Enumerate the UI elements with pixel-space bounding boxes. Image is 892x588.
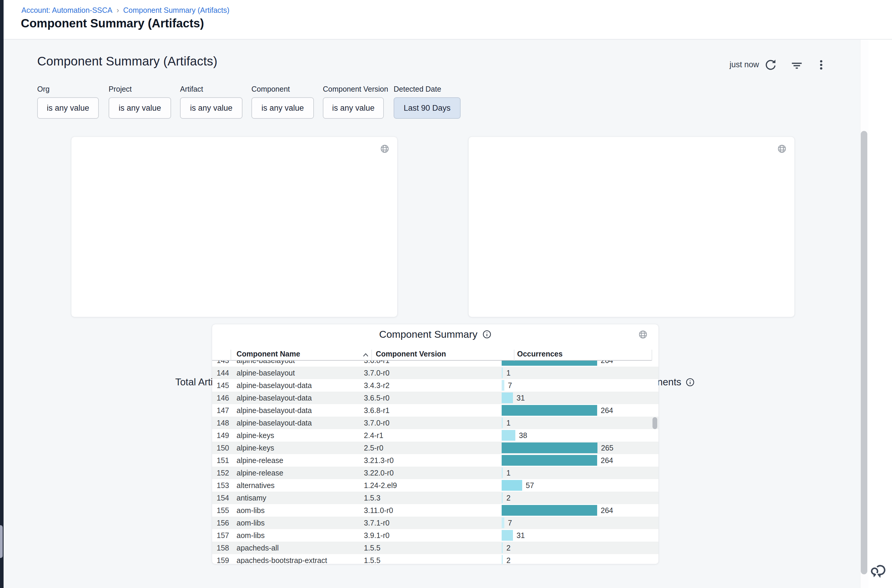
left-nav-strip[interactable]	[0, 0, 4, 588]
occurrences-cell[interactable]: 2	[502, 542, 636, 554]
component-name-cell[interactable]: alpine-baselayout-data	[237, 381, 364, 390]
occurrence-bar	[502, 361, 597, 366]
occurrence-value: 264	[601, 406, 613, 415]
component-name-cell[interactable]: aom-libs	[237, 519, 364, 527]
occurrences-cell[interactable]: 264	[502, 454, 636, 466]
filter-label-detected-date: Detected Date	[394, 85, 441, 93]
left-nav-scroll-thumb[interactable]	[0, 525, 3, 558]
table-row: 157aom-libs3.9.1-r031	[212, 529, 658, 542]
component-version-cell[interactable]: 1.5.3	[364, 494, 502, 502]
breadcrumb-account-link[interactable]: Account: Automation-SSCA	[21, 6, 112, 14]
occurrences-cell[interactable]: 38	[502, 429, 636, 442]
occurrences-cell[interactable]: 1	[502, 417, 636, 429]
component-name-cell[interactable]: alpine-keys	[237, 444, 364, 452]
info-icon[interactable]	[685, 378, 695, 387]
component-name-cell[interactable]: alpine-baselayout	[237, 361, 364, 365]
info-icon[interactable]	[482, 330, 492, 339]
component-version-cell[interactable]: 3.6.5-r0	[364, 394, 502, 402]
component-version-cell[interactable]: 3.7.1-r0	[364, 519, 502, 527]
occurrences-cell[interactable]: 2	[502, 554, 636, 564]
occurrences-cell[interactable]: 7	[502, 517, 636, 529]
occurrence-value: 264	[601, 456, 613, 465]
occurrence-value: 264	[601, 361, 613, 365]
occurrences-cell[interactable]: 31	[502, 529, 636, 542]
component-name-cell[interactable]: alpine-release	[237, 456, 364, 465]
occurrence-value: 1	[507, 418, 511, 427]
filter-label-org: Org	[37, 85, 50, 93]
column-header-occurrences[interactable]: Occurrences	[517, 350, 563, 360]
table-row: 151alpine-release3.21.3-r0264	[212, 454, 658, 466]
component-version-cell[interactable]: 1.5.5	[364, 556, 502, 564]
component-name-cell[interactable]: alpine-release	[237, 469, 364, 477]
component-name-cell[interactable]: alpine-baselayout	[237, 369, 364, 377]
table-row: 144alpine-baselayout3.7.0-r01	[212, 367, 658, 379]
component-version-cell[interactable]: 3.11.0-r0	[364, 506, 502, 515]
component-version-cell[interactable]: 3.9.1-r0	[364, 531, 502, 540]
row-number: 146	[212, 394, 229, 402]
component-version-cell[interactable]: 3.22.0-r0	[364, 469, 502, 477]
filter-artifact-value-button[interactable]: is any value	[180, 97, 243, 119]
occurrence-bar	[502, 393, 513, 403]
occurrences-cell[interactable]: 265	[502, 442, 636, 454]
breadcrumb-page-link[interactable]: Component Summary (Artifacts)	[123, 6, 229, 14]
occurrence-value: 2	[507, 494, 511, 502]
refresh-icon[interactable]	[764, 58, 777, 71]
breadcrumb: Account: Automation-SSCA›Component Summa…	[21, 6, 229, 15]
table-row: 148alpine-baselayout-data3.7.0-r01	[212, 417, 658, 429]
occurrence-value: 1	[507, 469, 511, 477]
component-version-cell[interactable]: 1.5.5	[364, 544, 502, 552]
component-name-cell[interactable]: alternatives	[237, 481, 364, 490]
table-scrollbar-thumb[interactable]	[652, 417, 657, 429]
component-version-cell[interactable]: 3.6.8-r1	[364, 361, 502, 365]
occurrences-cell[interactable]: 264	[502, 361, 636, 367]
filter-detected-date-value-button[interactable]: Last 90 Days	[394, 97, 460, 119]
component-version-cell[interactable]: 3.4.3-r2	[364, 381, 502, 390]
occurrences-cell[interactable]: 264	[502, 504, 636, 517]
occurrences-cell[interactable]: 1	[502, 367, 636, 379]
component-version-cell[interactable]: 3.7.0-r0	[364, 369, 502, 377]
component-version-cell[interactable]: 3.21.3-r0	[364, 456, 502, 465]
dashboard-more-menu-icon[interactable]	[815, 58, 828, 71]
component-name-cell[interactable]: alpine-baselayout-data	[237, 418, 364, 427]
page-scrollbar-thumb[interactable]	[861, 131, 867, 574]
page-title: Component Summary (Artifacts)	[21, 16, 204, 30]
occurrences-cell[interactable]: 57	[502, 479, 636, 492]
component-version-cell[interactable]: 2.4-r1	[364, 431, 502, 440]
filter-org-value-button[interactable]: is any value	[37, 97, 99, 119]
occurrences-cell[interactable]: 2	[502, 492, 636, 504]
sort-asc-icon	[362, 352, 370, 358]
table-body: 144alpine-baselayout3.7.0-r01145alpine-b…	[212, 367, 658, 564]
occurrences-cell[interactable]: 7	[502, 379, 636, 392]
globe-icon	[638, 330, 648, 339]
chat-help-icon[interactable]	[869, 560, 888, 580]
app-root: Account: Automation-SSCA›Component Summa…	[0, 0, 892, 588]
component-name-cell[interactable]: alpine-keys	[237, 431, 364, 440]
component-name-cell[interactable]: aom-libs	[237, 506, 364, 515]
globe-icon	[380, 144, 390, 153]
component-name-cell[interactable]: antisamy	[237, 494, 364, 502]
component-version-cell[interactable]: 3.7.0-r0	[364, 418, 502, 427]
occurrence-value: 2	[507, 556, 511, 564]
dashboard-filters-icon[interactable]	[790, 58, 804, 71]
occurrence-bar	[502, 430, 515, 441]
component-name-cell[interactable]: aom-libs	[237, 531, 364, 540]
component-name-cell[interactable]: apacheds-all	[237, 544, 364, 552]
breadcrumb-separator: ›	[117, 6, 119, 14]
filter-component-version-value-button[interactable]: is any value	[323, 97, 384, 119]
occurrences-cell[interactable]: 31	[502, 392, 636, 404]
column-header-component-name[interactable]: Component Name	[237, 350, 300, 360]
occurrences-cell[interactable]: 264	[502, 404, 636, 417]
component-name-cell[interactable]: alpine-baselayout-data	[237, 406, 364, 415]
clipped-table-row-container: 143alpine-baselayout3.6.8-r1264	[212, 361, 658, 367]
component-name-cell[interactable]: apacheds-bootstrap-extract	[237, 556, 364, 564]
component-version-cell[interactable]: 1.24-2.el9	[364, 481, 502, 490]
component-version-cell[interactable]: 3.6.8-r1	[364, 406, 502, 415]
component-version-cell[interactable]: 2.5-r0	[364, 444, 502, 452]
row-number: 145	[212, 381, 229, 390]
component-name-cell[interactable]: alpine-baselayout-data	[237, 394, 364, 402]
occurrences-cell[interactable]: 1	[502, 466, 636, 479]
column-header-component-version[interactable]: Component Version	[376, 350, 446, 360]
filter-project-value-button[interactable]: is any value	[109, 97, 171, 119]
row-number: 152	[212, 469, 229, 477]
filter-component-value-button[interactable]: is any value	[252, 97, 314, 119]
